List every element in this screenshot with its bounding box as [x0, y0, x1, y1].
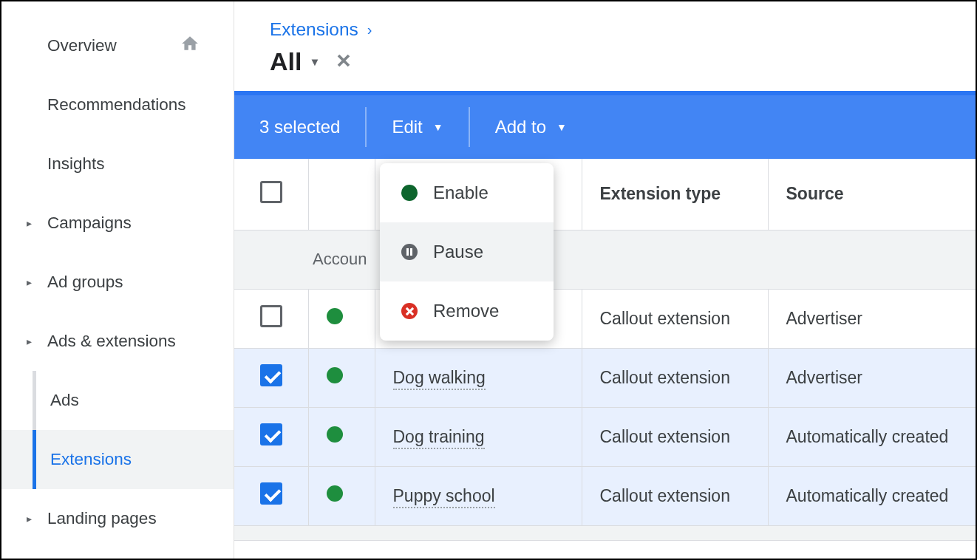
- sidebar-item-landing-pages[interactable]: ▸ Landing pages: [1, 489, 234, 548]
- cell-type: Callout extension: [582, 289, 768, 348]
- table-row: Callout extension Advertiser: [234, 289, 976, 348]
- sidebar-item-ads-extensions[interactable]: ▸ Ads & extensions: [1, 312, 234, 371]
- edit-label: Edit: [392, 117, 422, 137]
- edit-menu[interactable]: Edit ▼: [367, 95, 468, 159]
- row-checkbox[interactable]: [260, 482, 282, 505]
- sidebar-sub-ads[interactable]: Ads: [1, 371, 234, 430]
- dropdown-item-label: Remove: [433, 301, 499, 321]
- pause-icon: [401, 243, 418, 261]
- edit-dropdown: Enable Pause Remove: [380, 163, 554, 341]
- chevron-down-icon: ▼: [433, 121, 443, 133]
- cell-type: Callout extension: [582, 407, 768, 466]
- sidebar-sub-extensions[interactable]: Extensions: [1, 430, 234, 489]
- table-footer-spacer: [234, 525, 976, 540]
- col-header-source[interactable]: Source: [768, 159, 976, 230]
- dropdown-item-remove[interactable]: Remove: [380, 281, 554, 341]
- sidebar-item-label: Insights: [47, 154, 105, 174]
- col-header-status: [308, 159, 375, 230]
- sidebar-item-label: Campaigns: [47, 214, 132, 233]
- extension-link[interactable]: Dog training: [393, 427, 485, 449]
- table-row: Dog walking Callout extension Advertiser: [234, 348, 976, 407]
- cell-source: Advertiser: [768, 348, 976, 407]
- caret-right-icon: ▸: [27, 276, 32, 288]
- status-dot-icon: [327, 308, 343, 324]
- cell-source: Automatically created: [768, 407, 976, 466]
- status-dot-icon: [327, 367, 343, 383]
- chevron-down-icon: ▼: [556, 121, 567, 133]
- extension-link[interactable]: Dog walking: [393, 368, 486, 390]
- extensions-table: Extension Extension type Source Accoun C…: [234, 159, 976, 541]
- close-icon[interactable]: [333, 50, 354, 74]
- sidebar-item-label: Ads: [50, 391, 79, 410]
- remove-icon: [401, 302, 418, 320]
- sidebar-item-label: Recommendations: [47, 95, 186, 115]
- enable-icon: [401, 184, 418, 202]
- addto-label: Add to: [495, 117, 546, 137]
- caret-right-icon: ▸: [27, 217, 32, 229]
- chevron-right-icon: ›: [367, 21, 372, 38]
- page-header: Extensions › All ▼: [234, 1, 976, 91]
- row-checkbox[interactable]: [260, 305, 282, 327]
- row-checkbox[interactable]: [260, 423, 282, 445]
- col-header-checkbox: [234, 159, 308, 230]
- sidebar-item-label: Landing pages: [47, 509, 157, 528]
- sidebar-item-label: Extensions: [50, 450, 132, 469]
- selected-count-text: 3 selected: [259, 117, 340, 137]
- status-dot-icon: [327, 426, 343, 443]
- sidebar-item-recommendations[interactable]: Recommendations: [1, 75, 234, 134]
- caret-right-icon: ▸: [27, 335, 32, 347]
- sidebar-item-label: Ads & extensions: [47, 332, 176, 351]
- select-all-checkbox[interactable]: [260, 181, 282, 203]
- sidebar-item-overview[interactable]: Overview: [1, 16, 234, 75]
- sidebar-item-adgroups[interactable]: ▸ Ad groups: [1, 253, 234, 312]
- home-icon: [180, 34, 200, 58]
- selected-count: 3 selected: [234, 95, 365, 159]
- main-content: Extensions › All ▼ 3 selected Edit ▼: [234, 1, 976, 559]
- cell-type: Callout extension: [582, 348, 768, 407]
- dropdown-item-label: Pause: [433, 242, 483, 262]
- filter-label: All: [270, 47, 302, 76]
- breadcrumb-label: Extensions: [270, 19, 358, 40]
- breadcrumb[interactable]: Extensions ›: [270, 19, 953, 40]
- dropdown-item-enable[interactable]: Enable: [380, 163, 554, 222]
- sidebar-item-label: Overview: [47, 36, 117, 55]
- caret-right-icon: ▸: [27, 513, 32, 525]
- extension-link[interactable]: Puppy school: [393, 486, 495, 508]
- group-label: Accoun: [234, 230, 976, 289]
- sidebar-item-campaigns[interactable]: ▸ Campaigns: [1, 194, 234, 253]
- addto-menu[interactable]: Add to ▼: [470, 95, 592, 159]
- cell-type: Callout extension: [582, 466, 768, 525]
- dropdown-item-pause[interactable]: Pause: [380, 222, 554, 281]
- table-row: Dog training Callout extension Automatic…: [234, 407, 976, 466]
- col-header-type[interactable]: Extension type: [582, 159, 768, 230]
- table-group-row: Accoun: [234, 230, 976, 289]
- row-checkbox[interactable]: [260, 364, 282, 386]
- bulk-action-toolbar: 3 selected Edit ▼ Add to ▼: [234, 91, 976, 159]
- sidebar-item-insights[interactable]: Insights: [1, 134, 234, 194]
- cell-source: Advertiser: [768, 289, 976, 348]
- table-row: Puppy school Callout extension Automatic…: [234, 466, 976, 525]
- sidebar: Overview Recommendations Insights ▸ Camp…: [1, 1, 234, 559]
- sidebar-item-label: Ad groups: [47, 273, 123, 292]
- chevron-down-icon: ▼: [309, 55, 320, 68]
- cell-source: Automatically created: [768, 466, 976, 525]
- dropdown-item-label: Enable: [433, 182, 488, 203]
- status-dot-icon: [327, 485, 343, 502]
- filter-selector[interactable]: All ▼: [270, 47, 320, 76]
